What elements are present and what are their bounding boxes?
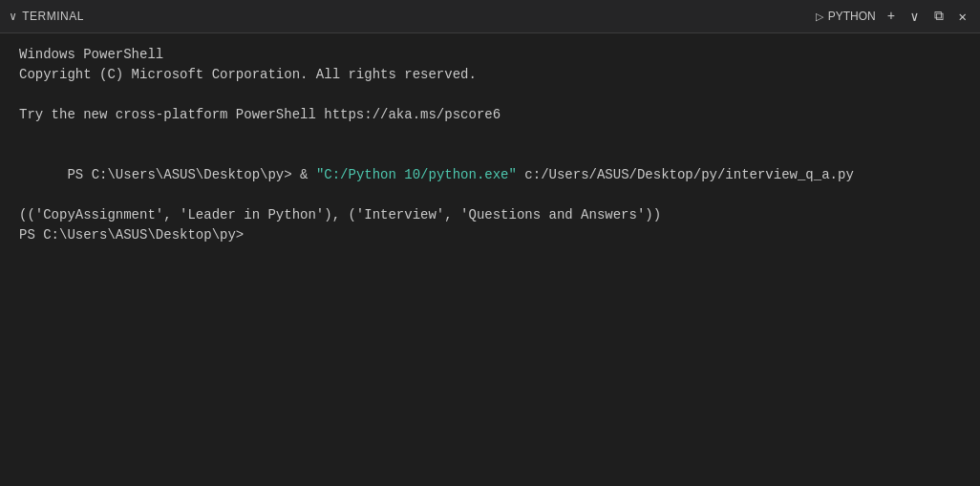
close-icon: ✕ [959, 9, 967, 25]
prompt-line-2: PS C:\Users\ASUS\Desktop\py> [19, 225, 961, 245]
cmd-exe-path: "C:/Python 10/python.exe" [316, 167, 517, 182]
close-panel-button[interactable]: ✕ [955, 7, 970, 27]
terminal-window: ∨ TERMINAL ▷ PYTHON + ∨ ⧉ ✕ Windows Powe… [0, 0, 980, 486]
cmd-args: c:/Users/ASUS/Desktop/py/interview_q_a.p… [517, 167, 854, 182]
blank-line-1 [19, 85, 961, 105]
header-right: ▷ PYTHON + ∨ ⧉ ✕ [816, 7, 970, 27]
terminal-title: TERMINAL [22, 10, 84, 23]
play-icon: ▷ [816, 11, 823, 23]
add-terminal-button[interactable]: + [884, 7, 899, 26]
prompt-text-1: PS C:\Users\ASUS\Desktop\py> [67, 167, 300, 182]
split-terminal-button[interactable]: ⧉ [930, 7, 948, 26]
cmd-and: & [300, 167, 316, 182]
output-line-3: Try the new cross-platform PowerShell ht… [19, 105, 961, 125]
python-badge-label: PYTHON [828, 10, 876, 23]
command-line-1: PS C:\Users\ASUS\Desktop\py> & "C:/Pytho… [19, 145, 961, 205]
chevron-down-icon: ∨ [10, 10, 16, 24]
output-result: (('CopyAssignment', 'Leader in Python'),… [19, 205, 961, 225]
split-icon: ⧉ [934, 9, 944, 24]
terminal-header: ∨ TERMINAL ▷ PYTHON + ∨ ⧉ ✕ [0, 0, 980, 33]
blank-line-2 [19, 125, 961, 145]
header-left: ∨ TERMINAL [10, 10, 84, 24]
dropdown-icon: ∨ [910, 9, 918, 25]
output-line-2: Copyright (C) Microsoft Corporation. All… [19, 65, 961, 85]
chevron-dropdown-button[interactable]: ∨ [906, 7, 922, 27]
output-line-1: Windows PowerShell [19, 45, 961, 65]
python-badge: ▷ PYTHON [816, 10, 876, 23]
terminal-body[interactable]: Windows PowerShell Copyright (C) Microso… [0, 33, 980, 486]
plus-icon: + [887, 9, 895, 24]
